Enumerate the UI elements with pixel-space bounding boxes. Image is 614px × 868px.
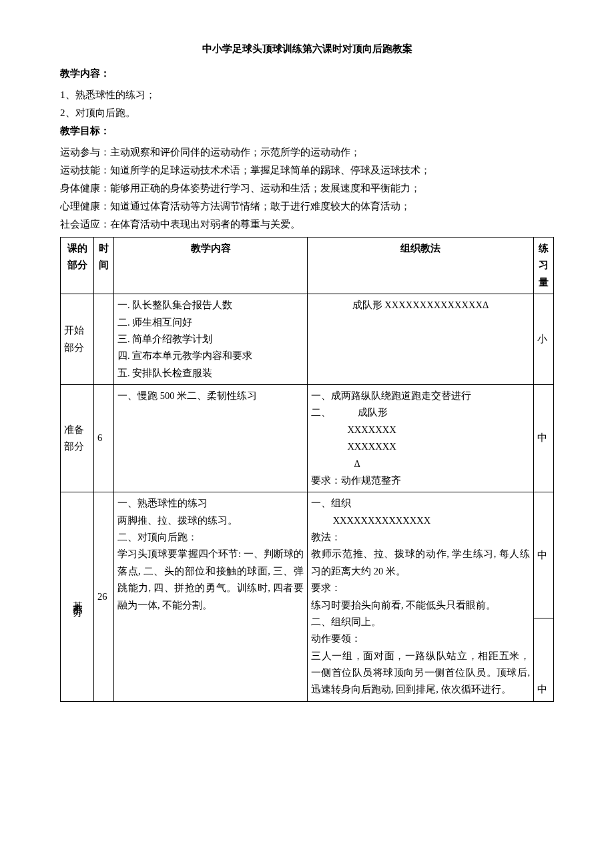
teaching-content-block: 教学内容： [60, 65, 554, 83]
row-start: 开始部分 一. 队长整队集合报告人数 二. 师生相互问好 三. 简单介绍教学计划… [61, 294, 554, 385]
table-header-row: 课的部分 时间 教学内容 组织教法 练习量 [61, 238, 554, 294]
content-item-1: 1、熟悉球性的练习； [60, 86, 554, 104]
row-main: 基本部分 26 一、熟悉球性的练习 两脚推、拉、拨球的练习。 二、对顶向后跑： … [61, 492, 554, 618]
cell-content-main: 一、熟悉球性的练习 两脚推、拉、拨球的练习。 二、对顶向后跑： 学习头顶球要掌握… [114, 492, 308, 702]
header-method: 组织教法 [308, 238, 534, 294]
goal-2: 运动技能：知道所学的足球运动技术术语；掌握足球简单的踢球、停球及运球技术； [60, 161, 554, 179]
goals-label: 教学目标： [60, 125, 110, 136]
header-time: 时间 [94, 238, 114, 294]
cell-part-prep: 准备部分 [61, 385, 94, 492]
lesson-table: 课的部分 时间 教学内容 组织教法 练习量 开始部分 一. 队长整队集合报告人数… [60, 237, 554, 702]
goal-4: 心理健康：知道通过体育活动等方法调节情绪；敢于进行难度较大的体育活动； [60, 197, 554, 215]
header-part: 课的部分 [61, 238, 94, 294]
cell-part-start: 开始部分 [61, 294, 94, 385]
content-label: 教学内容： [60, 68, 110, 79]
cell-part-main: 基本部分 [61, 492, 94, 702]
page-title: 中小学足球头顶球训练第六课时对顶向后跑教案 [60, 40, 554, 58]
header-load: 练习量 [534, 238, 554, 294]
goal-1: 运动参与：主动观察和评价同伴的运动动作；示范所学的运动动作； [60, 143, 554, 161]
row-prep: 准备部分 6 一、慢跑 500 米二、柔韧性练习 一、成两路纵队绕跑道跑走交替进… [61, 385, 554, 492]
cell-content-prep: 一、慢跑 500 米二、柔韧性练习 [114, 385, 308, 492]
cell-load-main-1: 中 [534, 492, 554, 618]
content-item-2: 2、对顶向后跑。 [60, 104, 554, 122]
cell-load-prep: 中 [534, 385, 554, 492]
cell-method-main: 一、组织 XXXXXXXXXXXXXX 教法： 教师示范推、拉、拨球的动作, 学… [308, 492, 534, 702]
goal-3: 身体健康：能够用正确的身体姿势进行学习、运动和生活；发展速度和平衡能力； [60, 179, 554, 197]
teaching-goals-block: 教学目标： [60, 122, 554, 140]
cell-load-start: 小 [534, 294, 554, 385]
cell-time-start [94, 294, 114, 385]
cell-load-main-2: 中 [534, 618, 554, 702]
cell-time-main: 26 [94, 492, 114, 702]
cell-method-start: 成队形 XXXXXXXXXXXXXXΔ [308, 294, 534, 385]
cell-content-start: 一. 队长整队集合报告人数 二. 师生相互问好 三. 简单介绍教学计划 四. 宣… [114, 294, 308, 385]
goal-5: 社会适应：在体育活动中表现出对弱者的尊重与关爱。 [60, 215, 554, 234]
cell-method-prep: 一、成两路纵队绕跑道跑走交替进行 二、 成队形 XXXXXXX XXXXXXX … [308, 385, 534, 492]
cell-time-prep: 6 [94, 385, 114, 492]
header-content: 教学内容 [114, 238, 308, 294]
